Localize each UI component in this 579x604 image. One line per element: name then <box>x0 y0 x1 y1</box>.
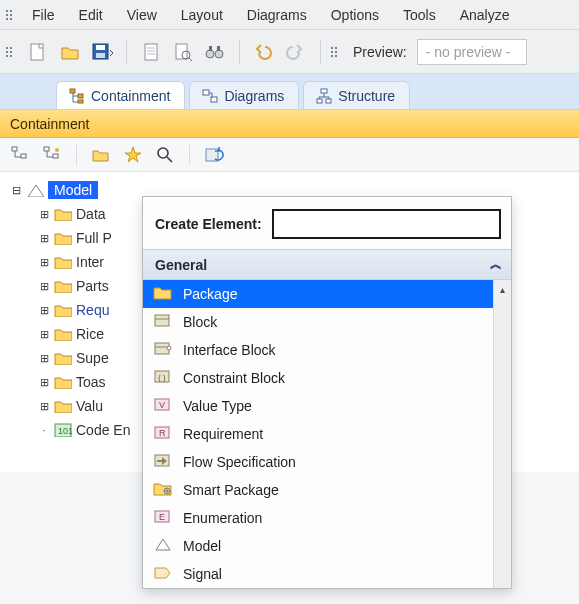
element-option-package[interactable]: Package <box>143 280 493 308</box>
folder-icon <box>54 207 72 221</box>
element-option-flow[interactable]: Flow Specification <box>143 448 493 476</box>
create-element-label: Create Element: <box>155 216 262 232</box>
menu-options[interactable]: Options <box>319 3 391 27</box>
tree-label: Parts <box>76 278 109 294</box>
menu-file[interactable]: File <box>20 3 67 27</box>
element-option-enum[interactable]: EEnumeration <box>143 504 493 532</box>
svg-line-30 <box>167 157 172 162</box>
scroll-up-icon[interactable]: ▴ <box>494 280 511 298</box>
expand-icon[interactable]: ⊞ <box>38 208 50 221</box>
element-option-signal[interactable]: Signal <box>143 560 493 588</box>
svg-rect-35 <box>155 315 169 326</box>
svg-rect-4 <box>145 44 157 60</box>
separator <box>189 145 190 165</box>
panel-title: Containment <box>0 110 579 138</box>
create-element-popup: Create Element: General ︽ PackageBlockIn… <box>142 196 512 589</box>
category-header[interactable]: General ︽ <box>143 249 511 280</box>
expand-icon[interactable]: ⊞ <box>38 280 50 293</box>
tree-label: Code En <box>76 422 130 438</box>
new-file-button[interactable] <box>24 38 52 66</box>
svg-point-12 <box>215 50 223 58</box>
menu-layout[interactable]: Layout <box>169 3 235 27</box>
popup-header: Create Element: <box>143 197 511 249</box>
expand-icon[interactable]: ⊞ <box>38 304 50 317</box>
flow-icon <box>153 453 173 471</box>
folder-icon <box>54 399 72 413</box>
element-label: Value Type <box>183 398 252 414</box>
svg-point-29 <box>158 148 168 158</box>
redo-button[interactable] <box>282 38 310 66</box>
tab-label: Containment <box>91 88 170 104</box>
folder-icon <box>54 351 72 365</box>
binoculars-button[interactable] <box>201 38 229 66</box>
open-button[interactable] <box>56 38 84 66</box>
preview-field[interactable]: - no preview - <box>417 39 527 65</box>
element-label: Block <box>183 314 217 330</box>
tree-label: Requ <box>76 302 109 318</box>
tabs: Containment Diagrams Structure <box>0 74 579 110</box>
favorite-button[interactable] <box>121 143 145 167</box>
expand-icon[interactable]: ⊞ <box>38 328 50 341</box>
svg-rect-16 <box>78 94 83 98</box>
refresh-button[interactable] <box>202 143 226 167</box>
element-option-vtype[interactable]: VValue Type <box>143 392 493 420</box>
collapse-all-button[interactable] <box>8 143 32 167</box>
save-button[interactable] <box>88 38 116 66</box>
tab-diagrams[interactable]: Diagrams <box>189 81 299 109</box>
element-option-req[interactable]: RRequirement <box>143 420 493 448</box>
page-button[interactable] <box>137 38 165 66</box>
expand-icon[interactable]: ⊞ <box>38 352 50 365</box>
search-button[interactable] <box>153 143 177 167</box>
tab-label: Structure <box>338 88 395 104</box>
filter-button[interactable] <box>40 143 64 167</box>
leaf-icon: · <box>38 424 50 436</box>
undo-button[interactable] <box>250 38 278 66</box>
expand-icon[interactable]: ⊞ <box>38 376 50 389</box>
tree-label: Data <box>76 206 106 222</box>
separator <box>239 40 240 64</box>
element-option-model[interactable]: Model <box>143 532 493 560</box>
enum-icon: E <box>153 509 173 527</box>
element-option-cblock[interactable]: { }Constraint Block <box>143 364 493 392</box>
vtype-icon: V <box>153 397 173 415</box>
element-label: Flow Specification <box>183 454 296 470</box>
menu-tools[interactable]: Tools <box>391 3 448 27</box>
expand-icon[interactable]: ⊞ <box>38 400 50 413</box>
svg-point-39 <box>167 346 171 350</box>
menu-analyze[interactable]: Analyze <box>448 3 522 27</box>
svg-rect-14 <box>217 46 220 51</box>
svg-point-11 <box>206 50 214 58</box>
menu-view[interactable]: View <box>115 3 169 27</box>
create-element-input[interactable] <box>272 209 501 239</box>
menu-diagrams[interactable]: Diagrams <box>235 3 319 27</box>
svg-rect-3 <box>96 53 105 58</box>
svg-marker-50 <box>156 539 170 550</box>
collapse-icon[interactable]: ⊟ <box>10 184 22 197</box>
expand-icon[interactable]: ⊞ <box>38 256 50 269</box>
tab-structure[interactable]: Structure <box>303 81 410 109</box>
expand-icon[interactable]: ⊞ <box>38 232 50 245</box>
svg-rect-18 <box>203 90 209 95</box>
element-label: Interface Block <box>183 342 276 358</box>
element-option-iblock[interactable]: Interface Block <box>143 336 493 364</box>
tab-containment[interactable]: Containment <box>56 81 185 109</box>
element-list: PackageBlockInterface Block{ }Constraint… <box>143 280 493 588</box>
tree-label: Valu <box>76 398 103 414</box>
diagram-icon <box>202 88 218 104</box>
svg-text:V: V <box>159 400 165 410</box>
scrollbar[interactable]: ▴ <box>493 280 511 588</box>
svg-rect-22 <box>326 99 331 103</box>
tree-label: Inter <box>76 254 104 270</box>
code-icon: 101 <box>54 423 72 437</box>
page-search-button[interactable] <box>169 38 197 66</box>
open-folder-button[interactable] <box>89 143 113 167</box>
svg-rect-2 <box>96 45 105 50</box>
svg-text:{ }: { } <box>158 373 166 382</box>
svg-rect-24 <box>21 154 26 158</box>
svg-marker-28 <box>125 147 141 162</box>
element-option-block[interactable]: Block <box>143 308 493 336</box>
svg-rect-20 <box>321 89 327 93</box>
element-option-spkg[interactable]: Smart Package <box>143 476 493 504</box>
menu-edit[interactable]: Edit <box>67 3 115 27</box>
collapse-icon: ︽ <box>490 256 499 273</box>
